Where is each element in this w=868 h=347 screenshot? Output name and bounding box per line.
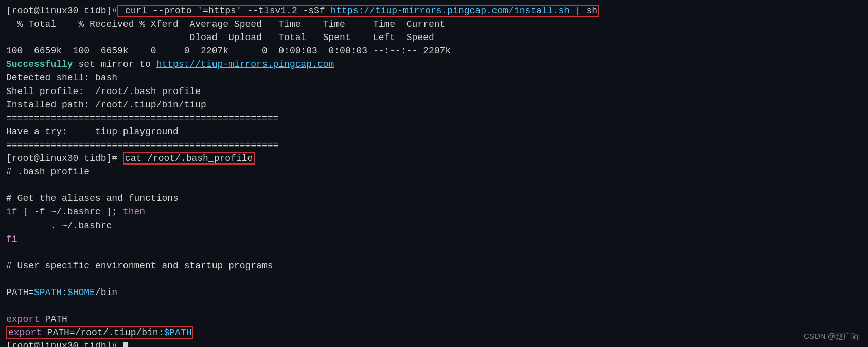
line-16: if [ -f ~/.bashrc ]; then [6,205,862,218]
export-keyword-2: export [8,327,42,338]
line-21 [6,272,862,286]
success-word: Successfully [6,59,73,69]
line-26: [root@linux30 tidb]# [6,339,862,347]
line-10: Have a try: tiup playground [6,125,862,138]
line-20: # User specific environment and startup … [6,259,862,272]
line-6: Detected shell: bash [6,71,862,84]
line-25: export PATH=/root/.tiup/bin:$PATH [6,326,862,339]
line-13: # .bash_profile [6,165,862,178]
export-path-command: export PATH=/root/.tiup/bin:$PATH [6,326,193,339]
prompt-3: [root@linux30 tidb]# [6,341,117,347]
line-11: ========================================… [6,138,862,152]
line-7: Shell profile: /root/.bash_profile [6,85,862,98]
install-url: https://tiup-mirrors.pingcap.com/install… [331,6,570,16]
line-18: fi [6,232,862,246]
line-19 [6,246,862,259]
line-17: . ~/.bashrc [6,219,862,232]
line-5: Successfully set mirror to https://tiup-… [6,58,862,71]
path-var: $PATH [34,287,62,298]
prompt-2: [root@linux30 tidb]# [6,153,117,163]
if-keyword: if [6,207,17,217]
line-12: [root@linux30 tidb]# cat /root/.bash_pro… [6,152,862,165]
line-8: Installed path: /root/.tiup/bin/tiup [6,98,862,112]
line-23 [6,299,862,313]
terminal: [root@linux30 tidb]# curl --proto '=http… [0,0,868,347]
watermark: CSDN @赵广陆 [804,331,859,342]
line-1: [root@linux30 tidb]# curl --proto '=http… [6,4,862,17]
prompt-1: [root@linux30 tidb]# [6,6,117,16]
line-22: PATH=$PATH:$HOME/bin [6,286,862,299]
fi-keyword: fi [6,234,17,244]
line-24: export PATH [6,313,862,326]
cursor [123,342,128,347]
curl-command: curl --proto '=https' --tlsv1.2 -sSf htt… [117,5,599,17]
path-var-2: $PATH [164,327,191,338]
line-9: ========================================… [6,112,862,125]
home-var: $HOME [67,287,95,298]
mirror-url: https://tiup-mirrors.pingcap.com [156,59,334,69]
line-14 [6,178,862,192]
line-4: 100 6659k 100 6659k 0 0 2207k 0 0:00:03 … [6,44,862,58]
line-15: # Get the aliases and functions [6,192,862,205]
then-keyword: then [123,207,145,217]
export-keyword-1: export [6,314,40,324]
line-2: % Total % Received % Xferd Average Speed… [6,17,862,31]
line-3: Dload Upload Total Spent Left Speed [6,31,862,44]
cat-command: cat /root/.bash_profile [123,152,255,165]
